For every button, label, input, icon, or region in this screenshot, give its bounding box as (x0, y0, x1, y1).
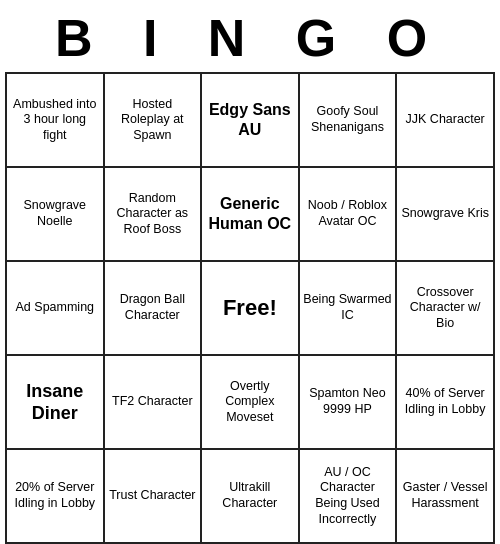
cell-2-2: Free! (201, 261, 299, 355)
cell-1-3: Noob / Roblox Avatar OC (299, 167, 397, 261)
bingo-grid: Ambushed into 3 hour long fightHosted Ro… (5, 72, 495, 544)
cell-4-0: 20% of Server Idling in Lobby (6, 449, 104, 543)
cell-4-4: Gaster / Vessel Harassment (396, 449, 494, 543)
cell-2-4: Crossover Character w/ Bio (396, 261, 494, 355)
cell-3-3: Spamton Neo 9999 HP (299, 355, 397, 449)
cell-2-1: Dragon Ball Character (104, 261, 201, 355)
cell-1-4: Snowgrave Kris (396, 167, 494, 261)
cell-4-2: Ultrakill Character (201, 449, 299, 543)
cell-0-3: Goofy Soul Shenanigans (299, 73, 397, 167)
cell-0-0: Ambushed into 3 hour long fight (6, 73, 104, 167)
cell-1-2: Generic Human OC (201, 167, 299, 261)
cell-1-1: Random Character as Roof Boss (104, 167, 201, 261)
cell-4-3: AU / OC Character Being Used Incorrectly (299, 449, 397, 543)
cell-1-0: Snowgrave Noelle (6, 167, 104, 261)
bingo-title: B I N G O (0, 0, 500, 72)
cell-3-0: Insane Diner (6, 355, 104, 449)
cell-2-0: Ad Spamming (6, 261, 104, 355)
cell-3-2: Overtly Complex Moveset (201, 355, 299, 449)
cell-0-2: Edgy Sans AU (201, 73, 299, 167)
cell-2-3: Being Swarmed IC (299, 261, 397, 355)
cell-3-4: 40% of Server Idling in Lobby (396, 355, 494, 449)
cell-0-1: Hosted Roleplay at Spawn (104, 73, 201, 167)
cell-0-4: JJK Character (396, 73, 494, 167)
cell-4-1: Trust Character (104, 449, 201, 543)
cell-3-1: TF2 Character (104, 355, 201, 449)
